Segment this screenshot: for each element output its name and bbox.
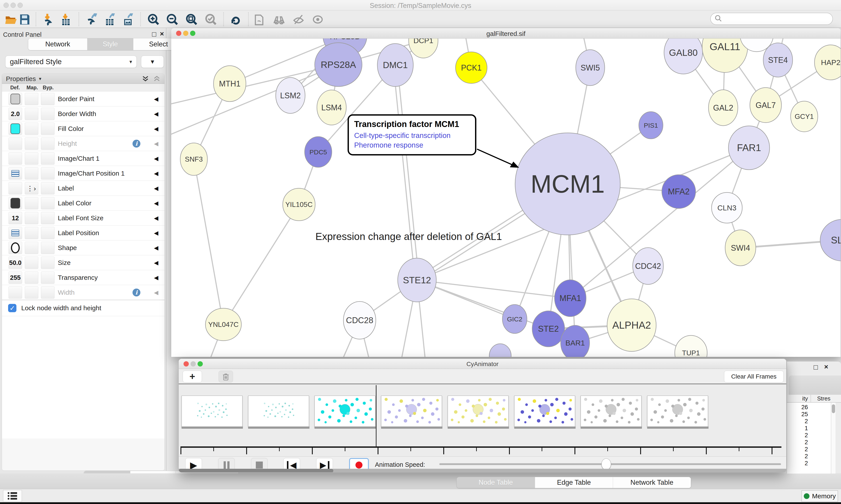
show-all-icon[interactable] bbox=[311, 13, 324, 26]
default-value-cell[interactable] bbox=[8, 152, 22, 165]
frame-thumbnail-2[interactable] bbox=[315, 396, 375, 427]
export-network-icon[interactable] bbox=[85, 13, 98, 26]
float-panel-icon[interactable]: □ bbox=[152, 30, 156, 38]
default-value-cell[interactable] bbox=[8, 167, 22, 180]
lock-size-row[interactable]: ✓ Lock node width and height bbox=[2, 300, 164, 316]
style-options-button[interactable]: ▼ bbox=[141, 56, 164, 68]
frame-thumbnail-1[interactable] bbox=[248, 396, 309, 427]
first-neighbors-icon[interactable] bbox=[273, 13, 285, 26]
mapping-cell[interactable] bbox=[25, 227, 38, 239]
scrollbar-thumb[interactable] bbox=[179, 469, 333, 472]
property-row-width[interactable]: Widthi◀ bbox=[2, 285, 164, 300]
tab-network[interactable]: Network bbox=[28, 38, 87, 50]
mapping-cell[interactable] bbox=[25, 257, 38, 269]
bypass-cell[interactable] bbox=[41, 123, 55, 135]
clear-all-frames-button[interactable]: Clear All Frames bbox=[724, 371, 784, 382]
mapping-cell[interactable] bbox=[25, 242, 38, 254]
expand-all-icon[interactable] bbox=[142, 75, 149, 83]
property-row-border-width[interactable]: 2.0Border Width◀ bbox=[2, 106, 164, 121]
default-value-cell[interactable]: 50.0 bbox=[8, 257, 22, 269]
scrollbar-thumb[interactable] bbox=[832, 404, 835, 413]
mapping-cell[interactable] bbox=[25, 271, 38, 284]
memory-button[interactable]: Memory bbox=[802, 490, 838, 502]
node-unlabeled[interactable] bbox=[489, 344, 511, 357]
annotation-link[interactable]: Cell-type-specific transcription bbox=[354, 131, 470, 140]
property-row-label-color[interactable]: Label Color◀ bbox=[2, 196, 164, 211]
info-icon[interactable]: i bbox=[132, 289, 140, 296]
collapse-row-icon[interactable]: ◀ bbox=[154, 110, 158, 117]
close-panel-icon[interactable]: × bbox=[824, 363, 828, 371]
table-column-headers[interactable]: ity Stres bbox=[787, 395, 841, 403]
collapse-row-icon[interactable]: ◀ bbox=[154, 125, 158, 132]
property-row-size[interactable]: 50.0Size◀ bbox=[2, 255, 164, 270]
collapse-row-icon[interactable]: ◀ bbox=[154, 200, 158, 206]
default-value-cell[interactable]: 2.0 bbox=[8, 108, 22, 120]
bypass-cell[interactable] bbox=[41, 197, 55, 209]
zoom-fit-icon[interactable] bbox=[185, 13, 198, 26]
timeline-scrollbar[interactable] bbox=[179, 469, 786, 472]
collapse-all-icon[interactable] bbox=[153, 75, 161, 83]
collapse-row-icon[interactable]: ◀ bbox=[154, 155, 158, 162]
property-row-height[interactable]: Heighti◀ bbox=[2, 136, 164, 151]
table-cell[interactable]: 25 bbox=[801, 411, 808, 418]
frame-thumbnail-6[interactable] bbox=[580, 396, 642, 427]
default-value-cell[interactable] bbox=[8, 93, 22, 105]
mapping-cell[interactable] bbox=[25, 286, 38, 299]
default-value-cell[interactable] bbox=[8, 286, 22, 299]
default-value-cell[interactable]: 12 bbox=[8, 212, 22, 224]
export-image-icon[interactable] bbox=[122, 13, 134, 26]
hide-selected-icon[interactable] bbox=[292, 13, 305, 26]
property-row-shape[interactable]: Shape◀ bbox=[2, 240, 164, 255]
default-value-cell[interactable] bbox=[8, 182, 22, 194]
tab-style[interactable]: Style bbox=[87, 38, 133, 50]
default-value-cell[interactable] bbox=[8, 242, 22, 254]
add-frame-button[interactable]: + bbox=[183, 371, 202, 382]
mapping-cell[interactable] bbox=[25, 167, 38, 180]
float-panel-icon[interactable]: □ bbox=[813, 363, 818, 371]
column-divider[interactable] bbox=[810, 395, 811, 403]
mapping-cell[interactable]: ⋮› bbox=[25, 182, 38, 194]
mapping-cell[interactable] bbox=[25, 152, 38, 165]
property-row-label-position[interactable]: Label Position◀ bbox=[2, 225, 164, 240]
frame-thumbnail-0[interactable] bbox=[182, 396, 243, 427]
bypass-cell[interactable] bbox=[41, 212, 55, 224]
search-input[interactable] bbox=[710, 13, 833, 25]
info-icon[interactable]: i bbox=[132, 140, 140, 147]
zoom-selected-icon[interactable] bbox=[204, 13, 217, 26]
column-header[interactable]: Stres bbox=[817, 395, 830, 402]
collapse-row-icon[interactable]: ◀ bbox=[154, 244, 158, 251]
frame-thumbnail-4[interactable] bbox=[448, 396, 508, 427]
table-cell[interactable]: 1 bbox=[805, 425, 808, 432]
zoom-out-icon[interactable] bbox=[166, 13, 179, 26]
table-tab-node-table[interactable]: Node Table bbox=[457, 477, 535, 488]
folder-open-icon[interactable] bbox=[5, 13, 18, 26]
bypass-cell[interactable] bbox=[41, 271, 55, 284]
table-rows[interactable]: 26252122222 bbox=[787, 403, 831, 473]
close-panel-icon[interactable]: × bbox=[160, 30, 164, 38]
bypass-cell[interactable] bbox=[41, 108, 55, 120]
default-value-cell[interactable] bbox=[8, 123, 22, 135]
table-cell[interactable]: 2 bbox=[805, 432, 808, 439]
default-value-cell[interactable] bbox=[8, 197, 22, 209]
edge[interactable] bbox=[397, 65, 419, 280]
mapping-cell[interactable] bbox=[25, 123, 38, 135]
property-row-transparency[interactable]: 255Transparency◀ bbox=[2, 270, 164, 285]
mapping-cell[interactable] bbox=[25, 197, 38, 209]
bypass-cell[interactable] bbox=[41, 227, 55, 239]
export-table-icon[interactable] bbox=[103, 13, 116, 26]
table-cell[interactable]: 2 bbox=[805, 446, 808, 453]
table-cell[interactable]: 2 bbox=[805, 418, 808, 425]
collapse-row-icon[interactable]: ◀ bbox=[154, 274, 158, 281]
collapse-row-icon[interactable]: ◀ bbox=[154, 289, 158, 296]
network-canvas[interactable]: RPS28BRPS28ADMC1DCP1PCK1MTH1LSM2LSM4SNF3… bbox=[171, 38, 841, 357]
annotation-link[interactable]: Pheromone response bbox=[354, 140, 470, 150]
column-header[interactable]: ity bbox=[802, 395, 808, 402]
timeline[interactable]: Seconds 0123456789 bbox=[179, 384, 786, 456]
mapping-cell[interactable] bbox=[25, 108, 38, 120]
property-row-image-chart-1[interactable]: Image/Chart 1◀ bbox=[2, 151, 164, 166]
table-cell[interactable]: 2 bbox=[805, 439, 808, 446]
checkbox-checked-icon[interactable]: ✓ bbox=[8, 304, 16, 312]
bypass-cell[interactable] bbox=[41, 286, 55, 299]
table-tab-network-table[interactable]: Network Table bbox=[613, 477, 691, 488]
refresh-icon[interactable] bbox=[229, 13, 242, 26]
